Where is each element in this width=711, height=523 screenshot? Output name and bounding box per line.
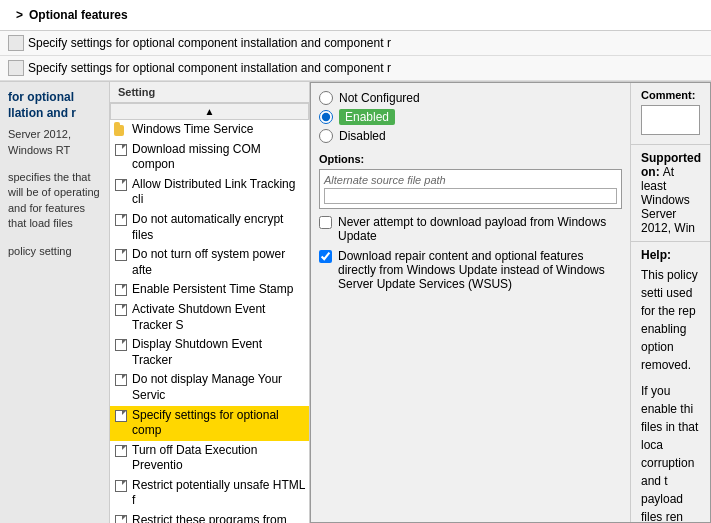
alternate-source-input[interactable] [324,188,617,204]
comment-section: Comment: [631,83,710,145]
checkbox-label-0: Never attempt to download payload from W… [338,215,622,243]
settings-item-10[interactable]: Turn off Data Execution Preventio [110,441,309,476]
scroll-up-button[interactable]: ▲ [110,103,309,120]
checkbox-item-1[interactable]: Download repair content and optional fea… [319,249,622,291]
right-panel: Not Configured Enabled Disabled Options: [310,82,711,523]
settings-item-4[interactable]: Do not turn off system power afte [110,245,309,280]
settings-item-12[interactable]: Restrict these programs from bein [110,511,309,523]
policy-icon-1 [8,35,24,51]
supported-section: Supported on: At least Windows Server 20… [631,145,710,242]
page-title: Optional features [29,8,128,22]
settings-item-label-1: Download missing COM compon [132,142,305,173]
settings-item-label-6: Activate Shutdown Event Tracker S [132,302,305,333]
left-panel-text-2: specifies the that will be of operating … [8,170,101,232]
page-icon-5 [114,283,128,297]
help-paragraph-1: If you enable thi files in that loca cor… [641,382,700,522]
settings-item-label-8: Do not display Manage Your Servic [132,372,305,403]
policy-dialog: Not Configured Enabled Disabled Options: [310,82,711,523]
top-item-label-2: Specify settings for optional component … [28,61,391,75]
page-icon-3 [114,213,128,227]
page-icon-11 [114,479,128,493]
settings-item-7[interactable]: Display Shutdown Event Tracker [110,335,309,370]
options-box: Alternate source file path [319,169,622,209]
settings-item-label-10: Turn off Data Execution Preventio [132,443,305,474]
settings-item-5[interactable]: Enable Persistent Time Stamp [110,280,309,300]
left-panel-text-3: policy setting [8,244,101,259]
settings-list-header: Setting [110,82,309,103]
page-icon-9 [114,409,128,423]
options-section: Options: Alternate source file path [319,153,622,209]
settings-item-0[interactable]: Windows Time Service [110,120,309,140]
top-item-row-2: Specify settings for optional component … [0,56,711,81]
settings-item-label-0: Windows Time Service [132,122,253,138]
settings-item-label-5: Enable Persistent Time Stamp [132,282,293,298]
settings-item-11[interactable]: Restrict potentially unsafe HTML f [110,476,309,511]
radio-input-disabled[interactable] [319,129,333,143]
checkbox-label-1: Download repair content and optional fea… [338,249,622,291]
radio-label-enabled: Enabled [339,109,395,125]
checkbox-input-0[interactable] [319,216,332,229]
policy-icon-2 [8,60,24,76]
help-text: This policy setti used for the rep enabl… [641,266,700,522]
settings-item-9[interactable]: Specify settings for optional comp [110,406,309,441]
page-icon-12 [114,514,128,523]
options-label: Options: [319,153,622,165]
folder-icon-0 [114,123,128,137]
radio-label-disabled: Disabled [339,129,386,143]
settings-item-8[interactable]: Do not display Manage Your Servic [110,370,309,405]
settings-item-6[interactable]: Activate Shutdown Event Tracker S [110,300,309,335]
settings-item-3[interactable]: Do not automatically encrypt files [110,210,309,245]
comment-textarea[interactable] [641,105,700,135]
checkbox-input-1[interactable] [319,250,332,263]
left-panel-title: for optional llation and r [8,90,101,121]
dialog-body: Not Configured Enabled Disabled Options: [311,83,710,522]
settings-item-label-9: Specify settings for optional comp [132,408,305,439]
top-items-bar: Specify settings for optional component … [0,31,711,82]
radio-group: Not Configured Enabled Disabled [319,91,622,143]
radio-not-configured[interactable]: Not Configured [319,91,622,105]
settings-item-label-7: Display Shutdown Event Tracker [132,337,305,368]
dialog-left: Not Configured Enabled Disabled Options: [311,83,631,522]
settings-item-label-12: Restrict these programs from bein [132,513,305,523]
settings-list: Windows Time Service Download missing CO… [110,120,309,523]
help-label: Help: [641,248,700,262]
radio-disabled[interactable]: Disabled [319,129,622,143]
page-icon-1 [114,143,128,157]
top-item-label-1: Specify settings for optional component … [28,36,391,50]
breadcrumb-separator: > [16,8,23,22]
checkbox-item-0[interactable]: Never attempt to download payload from W… [319,215,622,243]
page-icon-4 [114,248,128,262]
settings-item-label-2: Allow Distributed Link Tracking cli [132,177,305,208]
dialog-right: Comment: Supported on: At least Windows … [631,83,710,522]
main-content: for optional llation and r Server 2012, … [0,82,711,523]
settings-item-label-3: Do not automatically encrypt files [132,212,305,243]
help-paragraph-0: This policy setti used for the rep enabl… [641,266,700,374]
checkboxes-section: Never attempt to download payload from W… [319,215,622,291]
help-section: Help: This policy setti used for the rep… [631,242,710,522]
left-panel-text-1: Server 2012, Windows RT [8,127,101,158]
radio-enabled[interactable]: Enabled [319,109,622,125]
radio-input-not-configured[interactable] [319,91,333,105]
radio-input-enabled[interactable] [319,110,333,124]
settings-item-1[interactable]: Download missing COM compon [110,140,309,175]
breadcrumb: > Optional features [0,0,711,31]
settings-item-2[interactable]: Allow Distributed Link Tracking cli [110,175,309,210]
page-icon-10 [114,444,128,458]
top-item-row-1: Specify settings for optional component … [0,31,711,56]
page-icon-6 [114,303,128,317]
alternate-source-label: Alternate source file path [324,174,617,186]
comment-label: Comment: [641,89,700,101]
left-panel: for optional llation and r Server 2012, … [0,82,110,523]
page-icon-8 [114,373,128,387]
settings-item-label-4: Do not turn off system power afte [132,247,305,278]
settings-item-label-11: Restrict potentially unsafe HTML f [132,478,305,509]
middle-panel: Setting ▲ Windows Time Service Download … [110,82,310,523]
radio-label-not-configured: Not Configured [339,91,420,105]
page-icon-7 [114,338,128,352]
page-icon-2 [114,178,128,192]
